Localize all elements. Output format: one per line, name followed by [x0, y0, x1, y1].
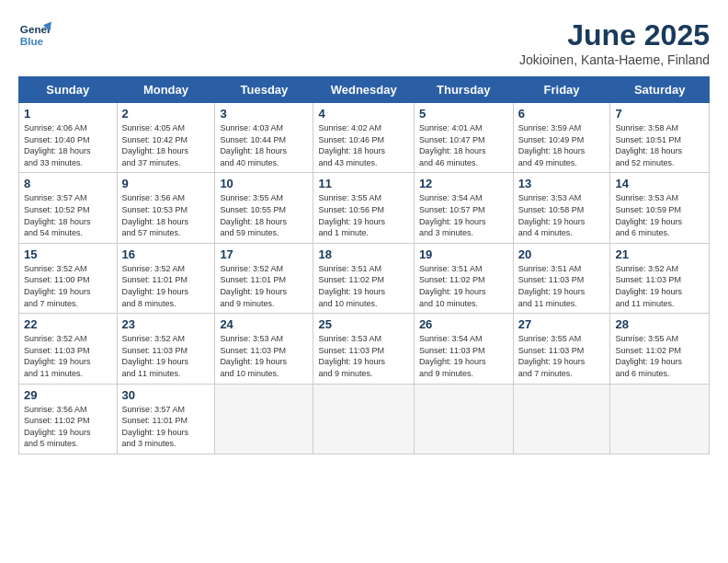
- day-info: Sunrise: 3:52 AMSunset: 11:00 PMDaylight…: [24, 263, 112, 309]
- calendar-cell: 4Sunrise: 4:02 AMSunset: 10:46 PMDayligh…: [313, 103, 414, 173]
- day-info: Sunrise: 4:01 AMSunset: 10:47 PMDaylight…: [419, 122, 508, 168]
- day-number: 2: [122, 107, 210, 121]
- calendar-cell: 20Sunrise: 3:51 AMSunset: 11:03 PMDaylig…: [513, 243, 610, 313]
- day-number: 1: [24, 107, 112, 121]
- day-number: 12: [419, 177, 508, 190]
- calendar-cell: 12Sunrise: 3:54 AMSunset: 10:57 PMDaylig…: [414, 173, 513, 243]
- day-number: 8: [24, 177, 112, 190]
- calendar-cell: [414, 384, 513, 454]
- day-info: Sunrise: 3:54 AMSunset: 11:03 PMDaylight…: [419, 333, 508, 379]
- title-area: June 2025 Jokioinen, Kanta-Haeme, Finlan…: [519, 18, 710, 67]
- calendar-cell: 17Sunrise: 3:52 AMSunset: 11:01 PMDaylig…: [215, 243, 313, 313]
- day-info: Sunrise: 3:55 AMSunset: 11:03 PMDaylight…: [518, 333, 606, 379]
- day-info: Sunrise: 3:55 AMSunset: 11:02 PMDaylight…: [615, 333, 704, 379]
- day-number: 14: [615, 177, 704, 190]
- col-header-thursday: Thursday: [414, 77, 513, 103]
- calendar-cell: 29Sunrise: 3:56 AMSunset: 11:02 PMDaylig…: [19, 384, 118, 454]
- calendar-cell: [513, 384, 610, 454]
- day-info: Sunrise: 3:53 AMSunset: 10:58 PMDaylight…: [518, 192, 606, 238]
- calendar-cell: 13Sunrise: 3:53 AMSunset: 10:58 PMDaylig…: [513, 173, 610, 243]
- day-info: Sunrise: 3:56 AMSunset: 11:02 PMDaylight…: [24, 404, 112, 450]
- calendar-cell: 5Sunrise: 4:01 AMSunset: 10:47 PMDayligh…: [414, 103, 513, 173]
- calendar-cell: 6Sunrise: 3:59 AMSunset: 10:49 PMDayligh…: [513, 103, 610, 173]
- calendar-cell: 15Sunrise: 3:52 AMSunset: 11:00 PMDaylig…: [19, 243, 118, 313]
- day-info: Sunrise: 3:52 AMSunset: 11:03 PMDaylight…: [615, 263, 704, 309]
- calendar-cell: 23Sunrise: 3:52 AMSunset: 11:03 PMDaylig…: [117, 314, 215, 384]
- day-info: Sunrise: 4:06 AMSunset: 10:40 PMDaylight…: [24, 122, 112, 168]
- location-title: Jokioinen, Kanta-Haeme, Finland: [519, 52, 710, 67]
- day-number: 13: [518, 177, 606, 190]
- col-header-saturday: Saturday: [610, 77, 710, 103]
- col-header-wednesday: Wednesday: [313, 77, 414, 103]
- calendar-cell: 27Sunrise: 3:55 AMSunset: 11:03 PMDaylig…: [513, 314, 610, 384]
- calendar-cell: 19Sunrise: 3:51 AMSunset: 11:02 PMDaylig…: [414, 243, 513, 313]
- week-row-4: 22Sunrise: 3:52 AMSunset: 11:03 PMDaylig…: [19, 314, 710, 384]
- calendar-cell: 21Sunrise: 3:52 AMSunset: 11:03 PMDaylig…: [610, 243, 710, 313]
- calendar-cell: 25Sunrise: 3:53 AMSunset: 11:03 PMDaylig…: [313, 314, 414, 384]
- col-header-monday: Monday: [117, 77, 215, 103]
- day-number: 11: [318, 177, 408, 190]
- week-row-3: 15Sunrise: 3:52 AMSunset: 11:00 PMDaylig…: [19, 243, 710, 313]
- calendar-cell: 9Sunrise: 3:56 AMSunset: 10:53 PMDayligh…: [117, 173, 215, 243]
- calendar-grid: SundayMondayTuesdayWednesdayThursdayFrid…: [18, 76, 710, 454]
- calendar-cell: 2Sunrise: 4:05 AMSunset: 10:42 PMDayligh…: [117, 103, 215, 173]
- day-info: Sunrise: 3:52 AMSunset: 11:01 PMDaylight…: [122, 263, 210, 309]
- day-info: Sunrise: 3:54 AMSunset: 10:57 PMDaylight…: [419, 192, 508, 238]
- day-info: Sunrise: 3:51 AMSunset: 11:03 PMDaylight…: [518, 263, 606, 309]
- day-number: 10: [220, 177, 308, 190]
- day-info: Sunrise: 3:52 AMSunset: 11:03 PMDaylight…: [24, 333, 112, 379]
- col-header-sunday: Sunday: [19, 77, 118, 103]
- day-info: Sunrise: 3:52 AMSunset: 11:03 PMDaylight…: [122, 333, 210, 379]
- day-number: 7: [615, 107, 704, 121]
- day-number: 20: [518, 247, 606, 261]
- logo-icon: General Blue: [18, 18, 51, 52]
- day-number: 25: [318, 317, 408, 331]
- day-number: 21: [615, 247, 704, 261]
- day-info: Sunrise: 3:53 AMSunset: 11:03 PMDaylight…: [318, 333, 408, 379]
- day-number: 29: [24, 388, 112, 402]
- day-info: Sunrise: 3:52 AMSunset: 11:01 PMDaylight…: [220, 263, 308, 309]
- day-number: 28: [615, 317, 704, 331]
- calendar-container: General Blue June 2025 Jokioinen, Kanta-…: [0, 0, 728, 563]
- day-info: Sunrise: 4:05 AMSunset: 10:42 PMDaylight…: [122, 122, 210, 168]
- day-number: 4: [318, 107, 408, 121]
- day-info: Sunrise: 3:57 AMSunset: 10:52 PMDaylight…: [24, 192, 112, 238]
- calendar-cell: 14Sunrise: 3:53 AMSunset: 10:59 PMDaylig…: [610, 173, 710, 243]
- calendar-cell: [610, 384, 710, 454]
- calendar-cell: [313, 384, 414, 454]
- calendar-cell: 30Sunrise: 3:57 AMSunset: 11:01 PMDaylig…: [117, 384, 215, 454]
- day-info: Sunrise: 3:56 AMSunset: 10:53 PMDaylight…: [122, 192, 210, 238]
- day-info: Sunrise: 3:55 AMSunset: 10:55 PMDaylight…: [220, 192, 308, 238]
- day-number: 16: [122, 247, 210, 261]
- day-info: Sunrise: 3:57 AMSunset: 11:01 PMDaylight…: [122, 404, 210, 450]
- day-info: Sunrise: 4:03 AMSunset: 10:44 PMDaylight…: [220, 122, 308, 168]
- calendar-cell: 18Sunrise: 3:51 AMSunset: 11:02 PMDaylig…: [313, 243, 414, 313]
- day-number: 6: [518, 107, 606, 121]
- calendar-cell: 11Sunrise: 3:55 AMSunset: 10:56 PMDaylig…: [313, 173, 414, 243]
- day-number: 18: [318, 247, 408, 261]
- day-info: Sunrise: 3:53 AMSunset: 10:59 PMDaylight…: [615, 192, 704, 238]
- day-number: 23: [122, 317, 210, 331]
- col-header-friday: Friday: [513, 77, 610, 103]
- calendar-cell: 16Sunrise: 3:52 AMSunset: 11:01 PMDaylig…: [117, 243, 215, 313]
- week-row-5: 29Sunrise: 3:56 AMSunset: 11:02 PMDaylig…: [19, 384, 710, 454]
- day-info: Sunrise: 4:02 AMSunset: 10:46 PMDaylight…: [318, 122, 408, 168]
- day-info: Sunrise: 3:59 AMSunset: 10:49 PMDaylight…: [518, 122, 606, 168]
- svg-text:Blue: Blue: [20, 35, 44, 47]
- week-row-2: 8Sunrise: 3:57 AMSunset: 10:52 PMDayligh…: [19, 173, 710, 243]
- day-info: Sunrise: 3:55 AMSunset: 10:56 PMDaylight…: [318, 192, 408, 238]
- calendar-cell: 24Sunrise: 3:53 AMSunset: 11:03 PMDaylig…: [215, 314, 313, 384]
- day-number: 19: [419, 247, 508, 261]
- day-number: 30: [122, 388, 210, 402]
- day-number: 27: [518, 317, 606, 331]
- logo-area: General Blue: [18, 18, 55, 52]
- calendar-cell: 10Sunrise: 3:55 AMSunset: 10:55 PMDaylig…: [215, 173, 313, 243]
- days-header-row: SundayMondayTuesdayWednesdayThursdayFrid…: [19, 77, 710, 103]
- day-number: 22: [24, 317, 112, 331]
- calendar-cell: 8Sunrise: 3:57 AMSunset: 10:52 PMDayligh…: [19, 173, 118, 243]
- calendar-cell: 26Sunrise: 3:54 AMSunset: 11:03 PMDaylig…: [414, 314, 513, 384]
- calendar-cell: 1Sunrise: 4:06 AMSunset: 10:40 PMDayligh…: [19, 103, 118, 173]
- calendar-cell: 3Sunrise: 4:03 AMSunset: 10:44 PMDayligh…: [215, 103, 313, 173]
- day-number: 9: [122, 177, 210, 190]
- calendar-cell: 28Sunrise: 3:55 AMSunset: 11:02 PMDaylig…: [610, 314, 710, 384]
